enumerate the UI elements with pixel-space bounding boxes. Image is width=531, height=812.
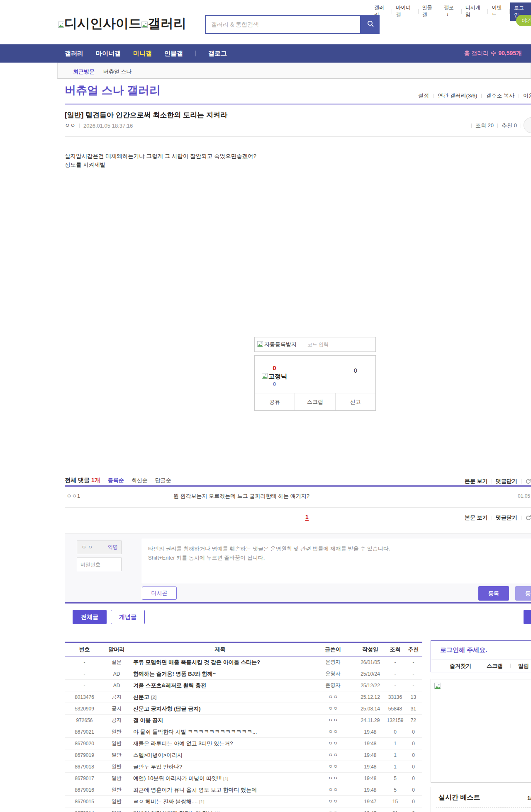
row-author[interactable]: ㅇㅇ [311, 810, 355, 812]
view-post-link[interactable]: 본문 보기 [465, 478, 488, 485]
related-galleries-link[interactable]: 연관 갤러리(3/6) [438, 92, 477, 99]
downvote-count[interactable]: 0 [349, 367, 362, 374]
writer-avatar[interactable] [524, 117, 531, 133]
view-post-link[interactable]: 본문 보기 [465, 514, 488, 521]
row-category: 일반 [104, 798, 129, 805]
row-title[interactable]: 주류 모델하면 매출 폭등시킬 것 같은 아이돌 스타는? [129, 659, 311, 666]
refresh-icon[interactable] [525, 478, 531, 485]
copy-url-link[interactable]: 갤주소 복사 [486, 92, 514, 99]
row-title[interactable]: 신문고 공지사항 (답글 금지) [129, 705, 311, 713]
anonymous-toggle[interactable]: 익명 [108, 544, 118, 551]
row-title[interactable]: 신문고[2] [129, 693, 311, 701]
all-posts-button[interactable]: 전체글 [73, 610, 107, 624]
row-title[interactable]: 야 물쥐 들박한다 시발 ㅋㅋㅋㅋㅋㅋㅋㅋㅋㅋㅋㅋ... [129, 728, 311, 736]
nav-person[interactable]: 인물갤 [164, 50, 183, 58]
password-input[interactable] [77, 557, 122, 571]
gallery-title[interactable]: 버츄얼 스나 갤러리 [65, 83, 161, 98]
nav-gallog[interactable]: 갤로그 [208, 50, 227, 58]
comment-submit-button-secondary[interactable]: 등록 [515, 586, 531, 601]
row-author[interactable]: 운영자 [311, 659, 355, 666]
row-author[interactable]: ㅇㅇ [311, 728, 355, 735]
dccon-button[interactable]: 디시콘 [142, 587, 177, 600]
top-link-dcgame[interactable]: 디시게임 [462, 4, 487, 18]
captcha-code-input[interactable] [297, 341, 375, 348]
row-title[interactable]: ㄹㅇ 헤비는 진짜 불쌍해....[1] [129, 798, 311, 805]
row-author[interactable]: ㅇㅇ [311, 717, 355, 724]
write-button[interactable] [524, 610, 531, 624]
row-author[interactable]: ㅇㅇ [311, 786, 355, 793]
row-author[interactable]: ㅇㅇ [311, 693, 355, 701]
top-link-event[interactable]: 이벤트 [488, 4, 509, 18]
upvote-area[interactable]: 0 고정닉 0 [255, 356, 294, 393]
row-title[interactable]: 스텔>미녕이>아리사 [129, 751, 311, 759]
tab-scrap[interactable]: 스크랩 [487, 662, 503, 670]
top-link-person[interactable]: 인물갤 [419, 4, 440, 18]
search-input[interactable] [206, 21, 360, 28]
top-link-minor[interactable]: 마이너갤 [392, 4, 418, 18]
close-comments-link[interactable]: 댓글닫기 [496, 478, 517, 485]
gallery-settings-link[interactable]: 설정 [418, 92, 429, 99]
tab-favorites[interactable]: 즐겨찾기 [450, 662, 471, 670]
row-author[interactable]: ㅇㅇ [311, 705, 355, 712]
post-author[interactable]: ㅇㅇ [65, 122, 76, 129]
row-title[interactable]: 재들은 라투디는 아예 없고 3디만 있는거? [129, 740, 311, 747]
sort-replies[interactable]: 답글순 [155, 477, 171, 484]
nav-gallery[interactable]: 갤러리 [65, 50, 83, 58]
row-category: 일반 [104, 810, 129, 812]
sort-newest[interactable]: 최신순 [132, 477, 148, 484]
close-comments-link[interactable]: 댓글닫기 [496, 514, 517, 521]
sidebar-tabs: 즐겨찾기 스크랩 알림 [431, 659, 531, 672]
top-link-gallog[interactable]: 갤로그 [440, 4, 461, 18]
site-logo[interactable]: 디시인사이드 갤러리 [58, 15, 186, 32]
scrap-button[interactable]: 스크랩 [295, 393, 335, 410]
comment-page-1[interactable]: 1 [305, 514, 309, 521]
row-number: 8679014 [65, 810, 104, 812]
row-title[interactable]: 최근에 명훈이가 유니 옵치 영도 보고 한마디 했는데 [129, 786, 311, 794]
row-category: 일반 [104, 751, 129, 759]
report-button[interactable]: 신고 [335, 393, 375, 410]
table-row: 8679021 일반 야 물쥐 들박한다 시발 ㅋㅋㅋㅋㅋㅋㅋㅋㅋㅋㅋㅋ... … [65, 726, 422, 738]
tab-alerts[interactable]: 알림 [518, 662, 529, 670]
row-title-text: 재들은 라투디는 아예 없고 3디만 있는거? [133, 740, 233, 747]
row-author[interactable]: 운영자 [311, 670, 355, 677]
row-author[interactable]: ㅇㅇ [311, 751, 355, 759]
search-button[interactable] [361, 15, 380, 34]
sort-registered[interactable]: 등록순 [108, 477, 124, 484]
comment-submit-button[interactable]: 등록 [478, 586, 509, 601]
row-views: 0 [386, 729, 404, 735]
nav-mini[interactable]: 미니갤 [133, 50, 152, 58]
row-date: 19:48 [355, 752, 386, 758]
row-title[interactable]: 예언) 10분뒤 아리사가 미녕이 따잇!!![1] [129, 775, 311, 782]
share-bar: 공유 스크랩 신고 [255, 393, 375, 410]
refresh-icon[interactable] [525, 515, 531, 521]
login-prompt[interactable]: 로그인해 주세요. [440, 646, 487, 654]
dashed-divider [436, 807, 531, 807]
row-title[interactable]: 미녕이 아리사한테 밀리는거 맞냐[1] [129, 810, 311, 812]
row-title[interactable]: 겨울 스포츠&레저로 활력 충전 [129, 682, 311, 689]
usage-guide-link[interactable]: 이용안내 [523, 92, 531, 99]
row-title[interactable]: 갤 이용 공지 [129, 717, 311, 724]
share-button[interactable]: 공유 [255, 393, 295, 410]
recent-visit-label[interactable]: 최근방문 [73, 68, 95, 75]
comment-author[interactable]: ㅇㅇ1 [66, 492, 80, 500]
row-title[interactable]: 함께하는 즐거움! 명품 BJ와 함께~ [129, 670, 311, 678]
nav-minor[interactable]: 마이너갤 [96, 50, 121, 58]
total-gallery-count: 총 갤러리 수 90,595개 [464, 44, 522, 63]
table-row: 8679015 일반 ㄹㅇ 헤비는 진짜 불쌍해....[1] ㅇㅇ 19:47… [65, 796, 422, 807]
row-likes: 0 [404, 729, 422, 735]
row-author[interactable]: ㅇㅇ [311, 798, 355, 805]
recent-visit-gallery[interactable]: 버츄얼 스나 [103, 68, 132, 75]
row-author[interactable]: ㅇㅇ [311, 740, 355, 747]
row-date: 25.12.12 [355, 694, 386, 700]
best-posts-button[interactable]: 개념글 [111, 610, 145, 624]
nickname-input[interactable] [80, 544, 101, 551]
comment-write-form: 익명 디시콘 등록 등록 [65, 533, 531, 604]
row-title[interactable]: 굴만두 투입 안하나? [129, 763, 311, 771]
row-author[interactable]: ㅇㅇ [311, 763, 355, 770]
realtime-best-pagination[interactable]: 1/ [527, 795, 531, 801]
row-likes: 0 [404, 787, 422, 793]
night-mode-button[interactable]: 야간 모드 [516, 15, 531, 26]
row-author[interactable]: ㅇㅇ [311, 775, 355, 782]
comment-textarea[interactable] [142, 539, 531, 583]
row-author[interactable]: 운영자 [311, 682, 355, 689]
